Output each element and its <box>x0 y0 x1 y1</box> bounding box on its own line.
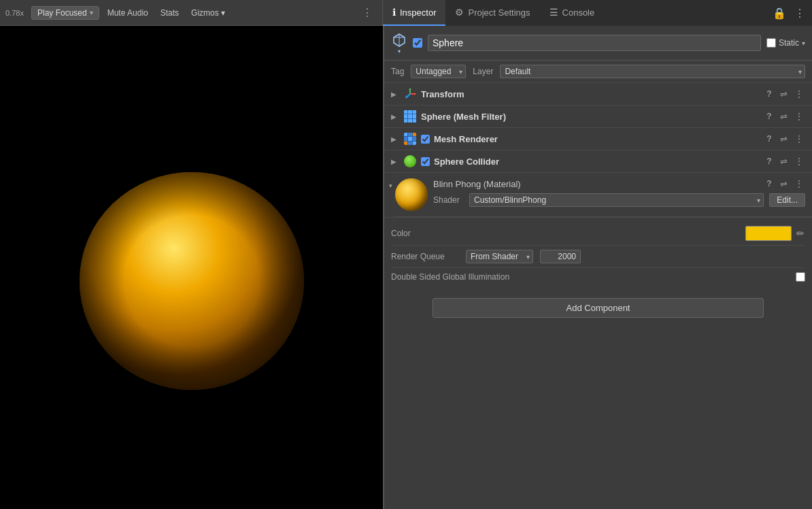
tag-layer-row: Tag Untagged Layer Default <box>384 61 812 83</box>
mesh-renderer-name: Mesh Renderer <box>434 134 760 144</box>
mesh-renderer-checkbox[interactable] <box>421 135 430 144</box>
top-tabbar: 0.78x Play Focused ▾ Mute Audio Stats Gi… <box>0 0 812 26</box>
transform-expand-arrow[interactable]: ▶ <box>391 91 399 98</box>
material-preview-sphere <box>395 178 428 211</box>
sphere-collider-checkbox[interactable] <box>421 157 430 166</box>
eyedropper-icon[interactable]: ✏ <box>796 227 805 240</box>
double-sided-checkbox[interactable] <box>796 272 805 282</box>
mesh-filter-settings-icon[interactable]: ⇌ <box>779 112 789 122</box>
sphere-collider-actions: ? ⇌ ⋮ <box>764 156 805 167</box>
material-name: Blinn Phong (Material) <box>433 179 760 189</box>
sphere-collider-expand-arrow[interactable]: ▶ <box>391 158 399 165</box>
transform-actions: ? ⇌ ⋮ <box>764 88 805 99</box>
sphere-visual <box>63 138 321 397</box>
render-queue-select[interactable]: From Shader <box>466 250 533 263</box>
sphere-canvas <box>0 26 383 509</box>
component-sphere-collider: ▶ Sphere Collider ? ⇌ ⋮ <box>384 150 812 173</box>
mesh-filter-actions: ? ⇌ ⋮ <box>764 111 805 122</box>
mesh-filter-expand-arrow[interactable]: ▶ <box>391 113 399 120</box>
gizmos-button[interactable]: Gizmos ▾ <box>187 7 229 19</box>
mesh-filter-name: Sphere (Mesh Filter) <box>421 112 760 122</box>
lock-icon[interactable]: 🔒 <box>771 5 788 21</box>
add-component-section: Add Component <box>384 290 812 326</box>
mesh-filter-icon <box>403 110 417 123</box>
static-checkbox[interactable] <box>766 38 776 48</box>
sphere-collider-settings-icon[interactable]: ⇌ <box>779 157 789 167</box>
stats-button[interactable]: Stats <box>156 7 183 19</box>
tab-project-settings[interactable]: ⚙ Project Settings <box>445 0 539 26</box>
render-queue-select-wrapper: From Shader <box>466 250 533 263</box>
render-queue-value-input[interactable] <box>540 250 581 263</box>
inspector-tabbar: ℹ Inspector ⚙ Project Settings ☰ Console… <box>383 0 812 26</box>
transform-help-icon[interactable]: ? <box>764 88 775 99</box>
gizmos-chevron: ▾ <box>221 8 225 18</box>
render-queue-label: Render Queue <box>391 252 459 261</box>
transform-icon <box>403 87 417 101</box>
shader-label: Shader <box>433 195 464 205</box>
mesh-renderer-help-icon[interactable]: ? <box>764 133 775 144</box>
zoom-label: 0.78x <box>5 9 27 17</box>
play-focused-label: Play Focused <box>37 8 87 18</box>
object-name-input[interactable] <box>428 35 761 51</box>
color-label: Color <box>391 229 500 238</box>
tab-actions: 🔒 ⋮ <box>766 0 812 26</box>
sphere-collider-help-icon[interactable]: ? <box>764 156 775 167</box>
mute-audio-button[interactable]: Mute Audio <box>103 7 152 19</box>
tab-inspector[interactable]: ℹ Inspector <box>383 0 445 26</box>
material-section: ▾ Blinn Phong (Material) ? ⇌ ⋮ Shader <box>384 173 812 218</box>
color-swatch[interactable] <box>745 226 792 241</box>
tag-select[interactable]: Untagged <box>411 65 466 78</box>
material-name-row: Blinn Phong (Material) ? ⇌ ⋮ <box>433 178 805 189</box>
material-row: Blinn Phong (Material) ? ⇌ ⋮ Shader Cust… <box>394 173 812 217</box>
mesh-renderer-expand-arrow[interactable]: ▶ <box>391 135 399 143</box>
layer-select[interactable]: Default <box>500 65 805 78</box>
inspector-tab-label: Inspector <box>400 7 436 18</box>
svg-marker-5 <box>409 88 411 90</box>
layer-select-wrapper: Default <box>500 65 805 78</box>
transform-more-icon[interactable]: ⋮ <box>793 88 805 99</box>
static-chevron[interactable]: ▾ <box>802 39 805 47</box>
mesh-renderer-icon <box>403 132 417 146</box>
console-tab-label: Console <box>562 7 595 18</box>
inspector-icon: ℹ <box>392 7 396 18</box>
render-queue-row: Render Queue From Shader <box>391 246 805 268</box>
game-toolbar: 0.78x Play Focused ▾ Mute Audio Stats Gi… <box>0 0 383 26</box>
mesh-renderer-more-icon[interactable]: ⋮ <box>793 133 805 144</box>
material-settings-icon[interactable]: ⇌ <box>779 179 789 189</box>
mesh-filter-help-icon[interactable]: ? <box>764 111 775 122</box>
double-sided-row: Double Sided Global Illumination <box>391 268 805 286</box>
sphere-collider-icon <box>403 154 417 168</box>
material-expand-arrow[interactable]: ▾ <box>384 173 392 189</box>
component-mesh-renderer: ▶ Mesh Renderer ? ⇌ ⋮ <box>384 128 812 150</box>
mesh-renderer-actions: ? ⇌ ⋮ <box>764 133 805 144</box>
color-swatch-wrapper: ✏ <box>745 226 805 241</box>
gizmos-label: Gizmos <box>191 8 219 18</box>
svg-marker-7 <box>414 93 416 95</box>
gameobject-enable-checkbox[interactable] <box>413 38 422 48</box>
component-transform: ▶ Transform ? ⇌ ⋮ <box>384 83 812 105</box>
layer-label: Layer <box>473 67 493 76</box>
transform-name: Transform <box>421 89 760 99</box>
shader-select[interactable]: Custom/BlinnPhong <box>469 193 764 207</box>
tab-console[interactable]: ☰ Console <box>540 0 605 26</box>
static-label: Static <box>779 38 799 48</box>
material-help-icon[interactable]: ? <box>764 178 775 189</box>
add-component-button[interactable]: Add Component <box>433 298 764 318</box>
inspector-header: ▾ Static ▾ <box>384 26 812 61</box>
material-more-icon[interactable]: ⋮ <box>793 178 805 189</box>
inspector-panel: ▾ Static ▾ Tag Untagged Layer Default <box>384 26 812 509</box>
sphere-collider-more-icon[interactable]: ⋮ <box>793 156 805 167</box>
mesh-filter-more-icon[interactable]: ⋮ <box>793 111 805 122</box>
more-options-icon[interactable]: ⋮ <box>793 5 807 21</box>
properties-section: Color ✏ Render Queue From Shader Double <box>384 218 812 290</box>
play-focused-button[interactable]: Play Focused ▾ <box>31 6 99 20</box>
sphere-collider-name: Sphere Collider <box>434 157 760 167</box>
double-sided-label: Double Sided Global Illumination <box>391 272 789 282</box>
game-toolbar-more-icon[interactable]: ⋮ <box>358 6 377 19</box>
tag-label: Tag <box>391 67 404 76</box>
transform-settings-icon[interactable]: ⇌ <box>779 89 789 99</box>
static-group: Static ▾ <box>766 38 805 48</box>
mesh-renderer-settings-icon[interactable]: ⇌ <box>779 134 789 144</box>
shader-edit-button[interactable]: Edit... <box>769 193 805 207</box>
tag-select-wrapper: Untagged <box>411 65 466 78</box>
